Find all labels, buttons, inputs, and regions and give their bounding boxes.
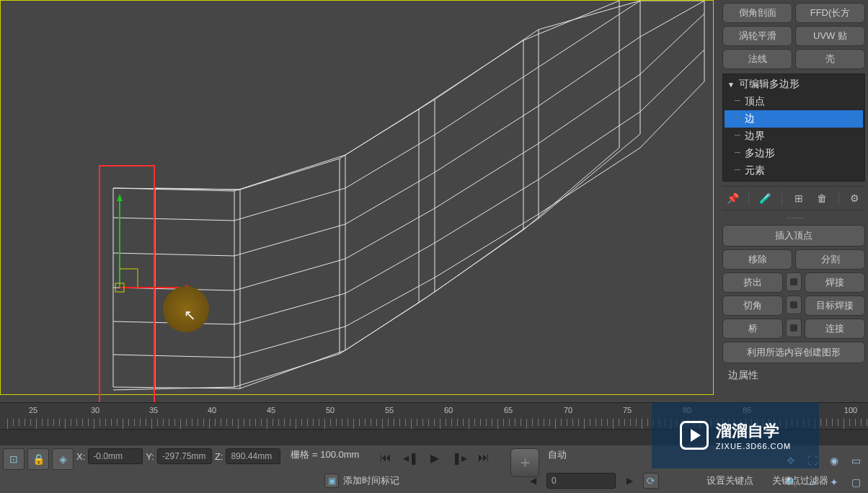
min-max-icon[interactable]: ▢ — [848, 474, 864, 490]
modifier-stack: ▼ 可编辑多边形 顶点 边 边界 多边形 元素 — [722, 74, 865, 182]
tick-label: 40 — [208, 406, 216, 414]
turbosmooth-button[interactable]: 涡轮平滑 — [722, 26, 792, 46]
add-time-tag-label[interactable]: 添加时间标记 — [343, 474, 399, 487]
tick-label: 45 — [267, 406, 275, 414]
move-gizmo — [115, 194, 192, 292]
target-weld-button[interactable]: 目标焊接 — [805, 296, 865, 316]
tick-label: 55 — [385, 406, 394, 414]
subobj-polygon[interactable]: 多边形 — [725, 145, 863, 162]
chamfer-profile-button[interactable]: 倒角剖面 — [722, 3, 792, 23]
tick-label: 65 — [504, 406, 513, 414]
edge-properties-label: 边属性 — [722, 366, 865, 385]
modifier-toolbar: 📌 🧪 ⊞ 🗑 ⚙ — [722, 186, 865, 210]
ffd-box-button[interactable]: FFD(长方 — [795, 3, 865, 23]
play-button[interactable]: ▶ — [425, 448, 444, 467]
insert-vertex-button[interactable]: 插入顶点 — [722, 225, 865, 246]
next-frame-button[interactable]: ❚▸ — [450, 448, 469, 467]
modifier-name: 可编辑多边形 — [739, 78, 800, 91]
normal-button[interactable]: 法线 — [722, 49, 792, 69]
trash-icon[interactable]: 🗑 — [815, 191, 829, 205]
snap-mode-icon[interactable]: ◈ — [52, 448, 74, 470]
next-key-button[interactable]: ▶ — [620, 471, 639, 490]
maximize-icon[interactable]: ▭ — [848, 453, 864, 468]
uvw-map-button[interactable]: UVW 贴 — [795, 26, 865, 46]
remove-button[interactable]: 移除 — [722, 249, 792, 270]
x-coord-input[interactable] — [88, 448, 143, 464]
weld-button[interactable]: 焊接 — [805, 272, 865, 293]
playback-controls: ⏮ ◂❚ ▶ ❚▸ ⏭ — [376, 448, 493, 467]
extrude-button[interactable]: 挤出 — [722, 272, 783, 293]
bridge-button[interactable]: 桥 — [722, 319, 783, 339]
watermark-subtitle: ZIXUE.3D66.COM — [716, 442, 791, 450]
subobj-element[interactable]: 元素 — [725, 162, 863, 179]
x-label: X: — [76, 451, 85, 462]
bridge-settings-button[interactable] — [786, 319, 802, 337]
tick-label: 100 — [844, 406, 857, 414]
walk-icon[interactable]: ✦ — [826, 474, 842, 490]
extrude-settings-button[interactable] — [786, 272, 802, 291]
y-coord-input[interactable] — [157, 448, 212, 464]
time-tag-row: ▣ 添加时间标记 ◀ ▶ ⟳ 设置关键点 关键点过滤器 — [324, 471, 828, 490]
tick-label: 70 — [564, 406, 572, 414]
auto-key-label[interactable]: 自动 — [548, 448, 567, 461]
z-label: Z: — [215, 451, 223, 462]
y-label: Y: — [146, 451, 154, 462]
fov-icon[interactable]: ▱ — [805, 474, 820, 490]
cube-icon[interactable]: ▣ — [324, 474, 339, 488]
subobj-edge[interactable]: 边 — [725, 110, 863, 128]
expand-triangle-icon: ▼ — [727, 81, 735, 89]
split-button[interactable]: 分割 — [795, 249, 865, 270]
tick-label: 25 — [29, 406, 37, 414]
orbit-icon[interactable]: ◉ — [826, 453, 842, 468]
pin-icon[interactable]: 📌 — [725, 191, 740, 205]
mesh-icon[interactable]: ⊞ — [792, 191, 806, 205]
play-logo-icon — [680, 421, 709, 450]
shell-button[interactable]: 壳 — [795, 49, 865, 69]
z-coord-input[interactable] — [226, 448, 280, 464]
tick-label: 60 — [444, 406, 453, 414]
svg-marker-3 — [117, 194, 123, 201]
command-panel: 倒角剖面 FFD(长方 涡轮平滑 UVW 贴 法线 壳 ▼ 可编辑多边形 顶点 … — [719, 0, 868, 389]
beaker-icon[interactable]: 🧪 — [758, 191, 773, 205]
watermark: 溜溜自学 ZIXUE.3D66.COM — [652, 402, 819, 468]
frame-input[interactable] — [546, 473, 616, 489]
connect-button[interactable]: 连接 — [805, 319, 865, 339]
tick-label: 30 — [91, 406, 99, 414]
chamfer-button[interactable]: 切角 — [722, 296, 783, 316]
selection-lock-icon[interactable]: ⊡ — [3, 448, 25, 470]
viewport[interactable]: ↖ — [0, 0, 714, 395]
time-config-icon[interactable]: ⟳ — [643, 473, 659, 489]
wireframe-mesh — [1, 1, 714, 396]
tick-label: 75 — [623, 406, 632, 414]
tick-label: 35 — [149, 406, 158, 414]
prev-frame-button[interactable]: ◂❚ — [401, 448, 420, 467]
subobj-border[interactable]: 边界 — [725, 128, 863, 145]
configure-icon[interactable]: ⚙ — [848, 191, 862, 205]
chamfer-settings-button[interactable] — [786, 296, 802, 314]
grid-label: 栅格 = 100.0mm — [291, 448, 359, 461]
viewport-nav-icons-2: 🔍 ▱ ✦ ▢ — [783, 474, 864, 490]
tick-label: 50 — [326, 406, 335, 414]
goto-end-button[interactable]: ⏭ — [474, 448, 493, 467]
panel-grip[interactable] — [772, 215, 815, 221]
prev-key-button[interactable]: ◀ — [523, 471, 542, 490]
goto-start-button[interactable]: ⏮ — [376, 448, 395, 467]
set-keys-label[interactable]: 设置关键点 — [707, 474, 753, 487]
modifier-editable-poly[interactable]: ▼ 可编辑多边形 — [725, 76, 863, 93]
lock-icon[interactable]: 🔒 — [27, 448, 49, 470]
watermark-title: 溜溜自学 — [716, 420, 791, 442]
zoom-icon[interactable]: 🔍 — [783, 474, 799, 490]
subobj-vertex[interactable]: 顶点 — [725, 93, 863, 110]
create-shape-button[interactable]: 利用所选内容创建图形 — [722, 342, 865, 363]
